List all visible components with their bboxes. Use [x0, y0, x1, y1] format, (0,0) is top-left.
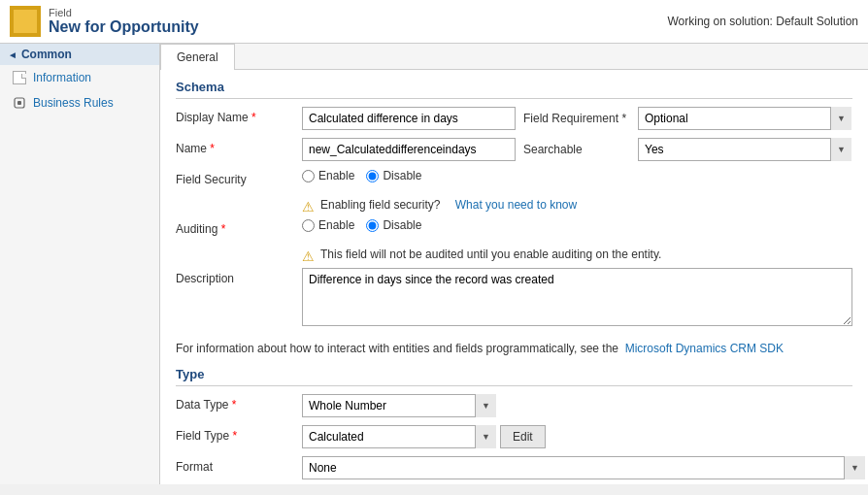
description-field: Difference in days since the record was …	[302, 268, 852, 326]
auditing-disable-option[interactable]: Disable	[366, 218, 421, 232]
display-name-field: Field Requirement * Optional Required Re…	[302, 107, 852, 130]
field-security-label: Field Security	[176, 169, 302, 186]
searchable-label: Searchable	[523, 143, 630, 156]
name-label: Name *	[176, 138, 302, 155]
information-icon	[12, 70, 27, 85]
field-requirement-select-wrapper: Optional Required Recommended	[638, 107, 851, 130]
auditing-enable-option[interactable]: Enable	[302, 218, 354, 232]
sidebar-section-label: Common	[21, 48, 72, 61]
auditing-warning: ⚠ This field will not be audited until y…	[176, 244, 852, 268]
field-security-field: Enable Disable	[302, 169, 852, 182]
auditing-field: Enable Disable	[302, 218, 852, 232]
description-textarea[interactable]: Difference in days since the record was …	[302, 268, 852, 326]
sidebar-item-information[interactable]: Information	[0, 65, 159, 90]
format-row: Format None Duration Time Zone Language	[176, 456, 852, 479]
display-name-row: Display Name * Field Requirement * Optio…	[176, 107, 852, 130]
name-row: Name * Searchable Yes No	[176, 138, 852, 161]
field-type-controls: Simple Calculated Rollup Edit	[302, 425, 546, 448]
format-field: None Duration Time Zone Language	[302, 456, 865, 479]
field-security-radio-group: Enable Disable	[302, 169, 421, 182]
field-type-field: Simple Calculated Rollup Edit	[302, 425, 852, 448]
sidebar-item-business-rules-label: Business Rules	[33, 96, 114, 110]
sidebar-item-business-rules[interactable]: Business Rules	[0, 90, 159, 116]
header-main-title: New for Opportunity	[49, 18, 199, 36]
main-content: General Schema Display Name * Field Requ…	[160, 44, 868, 484]
sdk-link[interactable]: Microsoft Dynamics CRM SDK	[625, 342, 784, 355]
field-security-row: Field Security Enable Disable	[176, 169, 852, 186]
display-name-required: *	[251, 111, 256, 124]
field-type-select[interactable]: Simple Calculated Rollup	[302, 425, 496, 448]
auditing-label: Auditing *	[176, 218, 302, 236]
solution-label: Working on solution: Default Solution	[667, 15, 858, 28]
data-type-select-wrapper: Whole Number Text Integer Decimal	[302, 394, 496, 417]
field-security-disable-radio[interactable]	[366, 170, 379, 182]
auditing-row: Auditing * Enable Disable	[176, 218, 852, 236]
searchable-select[interactable]: Yes No	[638, 138, 851, 161]
field-security-warning: ⚠ Enabling field security? What you need…	[176, 194, 852, 218]
data-type-select[interactable]: Whole Number Text Integer Decimal	[302, 394, 496, 417]
schema-section-title: Schema	[176, 80, 852, 99]
entity-icon	[10, 6, 41, 37]
field-type-select-wrapper: Simple Calculated Rollup	[302, 425, 496, 448]
section-arrow-icon: ◄	[8, 50, 17, 60]
sdk-info-text: For information about how to interact wi…	[176, 334, 852, 363]
name-input[interactable]	[302, 138, 516, 161]
data-type-label: Data Type *	[176, 394, 302, 412]
edit-button[interactable]: Edit	[500, 425, 546, 448]
business-rules-icon	[12, 95, 27, 111]
tab-bar: General	[160, 44, 868, 70]
field-security-help-link[interactable]: What you need to know	[455, 198, 577, 212]
header-sub-title: Field	[49, 7, 199, 18]
svg-rect-1	[17, 101, 21, 105]
header-left: Field New for Opportunity	[10, 6, 199, 37]
display-name-input[interactable]	[302, 107, 516, 130]
sidebar: ◄ Common Information Business Rules	[0, 44, 160, 484]
field-requirement-label: Field Requirement *	[523, 112, 630, 125]
field-security-enable-option[interactable]: Enable	[302, 169, 354, 182]
name-field: Searchable Yes No	[302, 138, 852, 161]
field-security-disable-option[interactable]: Disable	[366, 169, 421, 182]
format-select-wrapper: None Duration Time Zone Language	[302, 456, 865, 479]
form-body: Schema Display Name * Field Requirement …	[160, 70, 868, 484]
tab-general[interactable]: General	[160, 44, 235, 70]
auditing-warning-icon: ⚠	[302, 248, 315, 264]
header-title-block: Field New for Opportunity	[49, 7, 199, 36]
field-requirement-select[interactable]: Optional Required Recommended	[638, 107, 851, 130]
data-type-field: Whole Number Text Integer Decimal	[302, 394, 852, 417]
format-label: Format	[176, 456, 302, 474]
field-security-enable-radio[interactable]	[302, 170, 315, 182]
field-type-row: Field Type * Simple Calculated Rollup	[176, 425, 852, 448]
auditing-disable-radio[interactable]	[366, 219, 379, 232]
sidebar-section-common[interactable]: ◄ Common	[0, 44, 159, 65]
page-header: Field New for Opportunity Working on sol…	[0, 0, 868, 44]
auditing-enable-radio[interactable]	[302, 219, 315, 232]
description-row: Description Difference in days since the…	[176, 268, 852, 326]
auditing-radio-group: Enable Disable	[302, 218, 421, 232]
sidebar-item-information-label: Information	[33, 71, 91, 84]
data-type-row: Data Type * Whole Number Text Integer De…	[176, 394, 852, 417]
type-section-title: Type	[176, 367, 852, 386]
field-type-label: Field Type *	[176, 425, 302, 443]
display-name-label: Display Name *	[176, 107, 302, 124]
format-select[interactable]: None Duration Time Zone Language	[302, 456, 865, 479]
warning-icon: ⚠	[302, 199, 315, 214]
searchable-select-wrapper: Yes No	[638, 138, 851, 161]
description-label: Description	[176, 268, 302, 285]
